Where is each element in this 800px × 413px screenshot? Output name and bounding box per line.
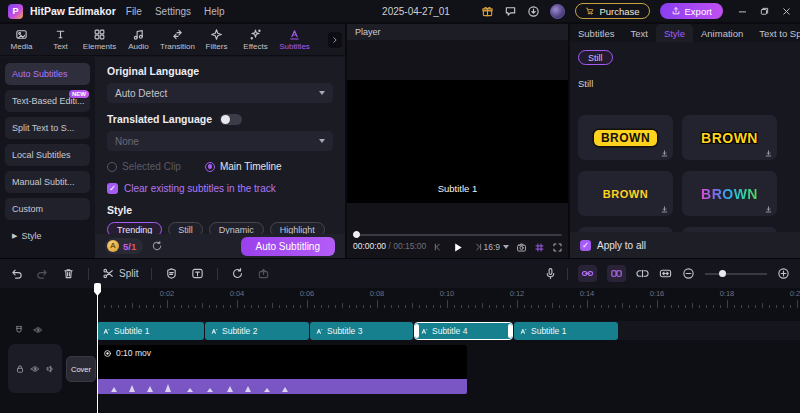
sidebar-item-text-based-editi[interactable]: Text-Based Editi...NEW <box>5 90 90 112</box>
snapshot-icon[interactable] <box>516 242 527 253</box>
grid-overlay-icon[interactable] <box>534 242 545 253</box>
tab-filters[interactable]: Filters <box>197 24 236 55</box>
subtitle-overlay[interactable]: Subtitle 1 <box>347 183 568 194</box>
menu-help[interactable]: Help <box>204 6 225 17</box>
track-mode-button[interactable] <box>607 265 626 282</box>
style-filter-pill[interactable]: Still <box>578 50 613 65</box>
style-preset-card[interactable]: BROWN <box>578 115 673 160</box>
close-icon[interactable] <box>781 6 792 17</box>
purchase-button[interactable]: Purchase <box>575 3 649 19</box>
clear-subtitles-row[interactable]: ✓ Clear existing subtitles in the track <box>107 183 333 194</box>
download-small-icon[interactable] <box>764 149 773 158</box>
subtitle-clip[interactable]: Subtitle 1 <box>97 322 204 340</box>
delete-button[interactable] <box>62 267 75 280</box>
original-language-select[interactable]: Auto Detect <box>107 83 333 103</box>
unlink-clips-button[interactable] <box>636 267 649 280</box>
export-button[interactable]: Export <box>660 3 723 19</box>
eye-icon[interactable] <box>30 364 40 374</box>
translated-language-toggle[interactable] <box>220 114 242 125</box>
feedback-icon[interactable] <box>504 5 517 18</box>
cover-button[interactable]: Cover <box>66 356 96 382</box>
magnet-icon[interactable] <box>14 325 24 335</box>
download-icon[interactable] <box>527 5 540 18</box>
play-icon[interactable] <box>451 241 464 254</box>
radio-main-timeline[interactable]: Main Timeline <box>205 161 282 172</box>
media-icon <box>15 28 28 41</box>
tab-text[interactable]: Text <box>622 24 655 42</box>
timeline-zoom-slider[interactable] <box>705 269 767 279</box>
slider-track[interactable] <box>705 273 767 275</box>
style-preset-card[interactable]: BROWN <box>682 171 777 216</box>
radio-icon[interactable] <box>107 162 117 172</box>
toolbar-divider <box>567 268 568 280</box>
player-seekbar[interactable] <box>353 231 562 239</box>
minimize-icon[interactable] <box>737 6 748 17</box>
subtitle-clip[interactable]: Subtitle 4 <box>414 322 513 340</box>
tabs-more-chevron-icon[interactable] <box>328 32 342 48</box>
add-text-button[interactable] <box>191 267 204 280</box>
slider-handle[interactable] <box>719 270 726 277</box>
tab-subtitles[interactable]: Subtitles <box>570 24 622 42</box>
reset-button[interactable] <box>231 267 244 280</box>
sidebar-item-manual-subtit[interactable]: Manual Subtit... <box>5 171 90 193</box>
seek-track[interactable] <box>353 234 562 236</box>
tab-elements[interactable]: Elements <box>80 24 119 55</box>
subtitle-track-header <box>14 325 43 335</box>
subtitle-clip[interactable]: Subtitle 1 <box>514 322 618 340</box>
previous-frame-icon[interactable] <box>432 242 442 252</box>
restore-icon[interactable] <box>759 6 770 17</box>
download-small-icon[interactable] <box>764 205 773 214</box>
avatar[interactable] <box>550 4 565 19</box>
apply-to-all-bar[interactable]: ✓ Apply to all <box>570 232 800 258</box>
next-frame-icon[interactable] <box>473 242 483 252</box>
zoom-out-button[interactable] <box>682 267 695 280</box>
link-clips-button[interactable] <box>578 265 597 282</box>
subtitle-clip[interactable]: Subtitle 3 <box>310 322 413 340</box>
video-clip[interactable]: 0:10 mov <box>97 345 467 394</box>
style-preset-card[interactable]: BROWN <box>578 171 673 216</box>
style-protect-button[interactable] <box>165 267 178 280</box>
fit-timeline-button[interactable] <box>659 267 672 280</box>
subtitle-clip[interactable]: Subtitle 2 <box>205 322 309 340</box>
tab-subtitles[interactable]: Subtitles <box>275 24 314 55</box>
tab-transition[interactable]: Transition <box>158 24 197 55</box>
playhead[interactable] <box>94 283 101 413</box>
apply-to-all-checkbox[interactable]: ✓ <box>580 240 591 251</box>
tab-text[interactable]: Text <box>41 24 80 55</box>
zoom-in-button[interactable] <box>777 267 790 280</box>
fullscreen-icon[interactable] <box>552 242 563 253</box>
menu-file[interactable]: File <box>126 6 142 17</box>
sidebar-item-auto-subtitles[interactable]: Auto Subtitles <box>5 63 90 85</box>
gift-icon[interactable] <box>481 5 494 18</box>
download-small-icon[interactable] <box>660 205 669 214</box>
refresh-icon[interactable] <box>151 240 163 252</box>
download-small-icon[interactable] <box>660 149 669 158</box>
seek-handle[interactable] <box>353 231 360 238</box>
radio-selected-clip[interactable]: Selected Clip <box>107 161 181 172</box>
sidebar-item-style[interactable]: ▶Style <box>5 225 90 247</box>
sidebar-item-split-text-to-s[interactable]: Split Text to S... <box>5 117 90 139</box>
video-preview[interactable]: Subtitle 1 <box>347 80 568 203</box>
aspect-ratio-select[interactable]: 16:9 <box>483 242 509 252</box>
speaker-icon[interactable] <box>45 364 55 374</box>
tab-effects[interactable]: Effects <box>236 24 275 55</box>
ruler-tick <box>104 305 105 308</box>
eye-icon[interactable] <box>33 325 43 335</box>
tab-media[interactable]: Media <box>2 24 41 55</box>
radio-icon[interactable] <box>205 162 215 172</box>
tab-animation[interactable]: Animation <box>693 24 751 42</box>
tab-style[interactable]: Style <box>656 24 693 42</box>
auto-subtitling-button[interactable]: Auto Subtitling <box>241 237 336 256</box>
tab-text-to-speech[interactable]: Text to Speech <box>751 24 800 42</box>
sidebar-item-custom[interactable]: Custom <box>5 198 90 220</box>
style-preset-card[interactable]: BROWN <box>682 115 777 160</box>
tab-audio[interactable]: Audio <box>119 24 158 55</box>
undo-button[interactable] <box>10 267 23 280</box>
lock-icon[interactable] <box>15 364 25 374</box>
clear-subtitles-checkbox[interactable]: ✓ <box>107 183 118 194</box>
voiceover-button[interactable] <box>544 267 557 280</box>
menu-settings[interactable]: Settings <box>155 6 191 17</box>
translated-language-select[interactable]: None <box>107 131 333 151</box>
sidebar-item-local-subtitles[interactable]: Local Subtitles <box>5 144 90 166</box>
split-button[interactable]: Split <box>102 267 138 280</box>
